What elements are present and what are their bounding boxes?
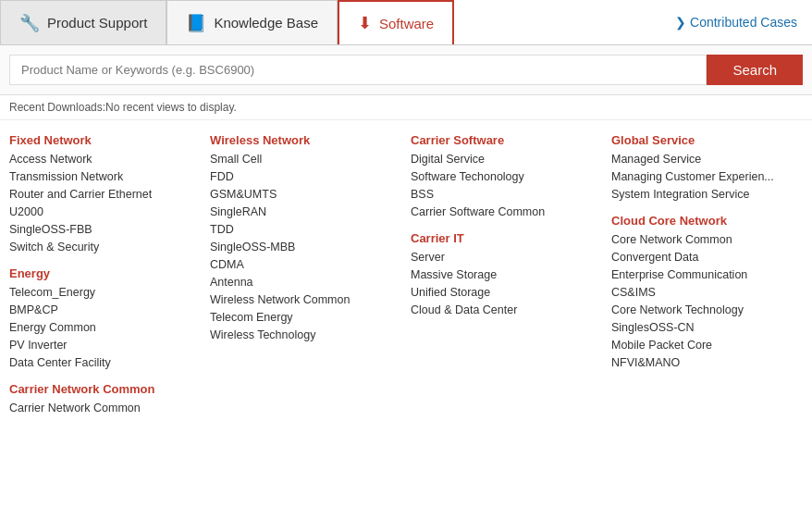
- category-header-carrier-software-0[interactable]: Carrier Software: [411, 133, 602, 147]
- category-item[interactable]: Software Techonology: [411, 169, 602, 184]
- category-column-global-service: Global ServiceManaged ServiceManaging Cu…: [611, 133, 803, 415]
- category-header-fixed-network-2[interactable]: Carrier Network Common: [9, 382, 201, 396]
- category-item[interactable]: TDD: [210, 222, 401, 237]
- tab-software-label: Software: [379, 16, 434, 31]
- category-item[interactable]: Mobile Packet Core: [611, 338, 803, 352]
- category-item[interactable]: Carrier Network Common: [9, 401, 201, 415]
- category-item[interactable]: Switch & Security: [9, 240, 201, 254]
- category-item[interactable]: PV Inverter: [9, 338, 201, 352]
- categories-grid: Fixed NetworkAccess NetworkTransmission …: [0, 120, 812, 428]
- search-button[interactable]: Search: [707, 55, 803, 85]
- recent-downloads-text: Recent Downloads:No recent views to disp…: [9, 101, 237, 114]
- contributed-cases-link[interactable]: ❯ Contributed Cases: [660, 0, 812, 44]
- category-item[interactable]: Telecom_Energy: [9, 285, 201, 300]
- category-item[interactable]: Enterprise Communication: [611, 267, 803, 282]
- category-item[interactable]: Core Network Technology: [611, 303, 803, 317]
- book-icon: 📘: [186, 13, 206, 33]
- category-item[interactable]: Massive Storage: [411, 267, 602, 282]
- category-item[interactable]: Wireless Technology: [210, 328, 401, 342]
- tab-product-support-label: Product Support: [47, 15, 147, 31]
- tab-product-support[interactable]: 🔧 Product Support: [0, 0, 166, 44]
- category-item[interactable]: Antenna: [210, 275, 401, 290]
- category-item[interactable]: BSS: [411, 187, 602, 202]
- category-header-carrier-software-1[interactable]: Carrier IT: [411, 231, 602, 245]
- search-bar: Search: [0, 45, 812, 95]
- search-input[interactable]: [9, 55, 707, 85]
- category-item[interactable]: SingleOSS-FBB: [9, 222, 201, 237]
- category-item[interactable]: Wireless Network Common: [210, 292, 401, 307]
- nav-tabs: 🔧 Product Support 📘 Knowledge Base ⬇ Sof…: [0, 0, 812, 45]
- category-item[interactable]: Cloud & Data Center: [411, 303, 602, 317]
- category-item[interactable]: NFVI&MANO: [611, 355, 803, 370]
- category-header-fixed-network-1[interactable]: Energy: [9, 266, 201, 280]
- category-item[interactable]: Data Center Facility: [9, 355, 201, 370]
- category-item[interactable]: Unified Storage: [411, 285, 602, 300]
- wrench-icon: 🔧: [19, 13, 40, 33]
- tab-software[interactable]: ⬇ Software: [338, 0, 454, 44]
- category-item[interactable]: GSM&UMTS: [210, 187, 401, 202]
- category-header-wireless-network-0[interactable]: Wireless Network: [210, 133, 401, 147]
- category-column-carrier-software: Carrier SoftwareDigital ServiceSoftware …: [411, 133, 602, 415]
- chevron-right-icon: ❯: [675, 15, 686, 30]
- nav-spacer: [454, 0, 660, 44]
- category-item[interactable]: Small Cell: [210, 152, 401, 167]
- category-column-fixed-network: Fixed NetworkAccess NetworkTransmission …: [9, 133, 201, 415]
- category-item[interactable]: Transmission Network: [9, 169, 201, 184]
- category-item[interactable]: FDD: [210, 169, 401, 184]
- category-item[interactable]: Core Network Common: [611, 232, 803, 247]
- category-item[interactable]: Digital Service: [411, 152, 602, 167]
- category-item[interactable]: Carrier Software Common: [411, 204, 602, 219]
- recent-downloads: Recent Downloads:No recent views to disp…: [0, 95, 812, 120]
- category-header-global-service-1[interactable]: Cloud Core Network: [611, 214, 803, 228]
- category-item[interactable]: BMP&CP: [9, 303, 201, 317]
- category-header-fixed-network-0[interactable]: Fixed Network: [9, 133, 201, 147]
- category-column-wireless-network: Wireless NetworkSmall CellFDDGSM&UMTSSin…: [210, 133, 401, 415]
- category-item[interactable]: Telecom Energy: [210, 310, 401, 325]
- contributed-cases-label: Contributed Cases: [690, 15, 797, 30]
- tab-knowledge-base-label: Knowledge Base: [214, 15, 318, 31]
- category-item[interactable]: Energy Common: [9, 320, 201, 335]
- download-icon: ⬇: [358, 13, 372, 33]
- category-item[interactable]: Access Network: [9, 152, 201, 167]
- category-item[interactable]: SinglesOSS-CN: [611, 320, 803, 335]
- category-item[interactable]: Managed Service: [611, 152, 803, 167]
- category-item[interactable]: Managing Customer Experien...: [611, 169, 803, 184]
- category-item[interactable]: Convergent Data: [611, 250, 803, 265]
- category-item[interactable]: Server: [411, 250, 602, 265]
- category-item[interactable]: System Integration Service: [611, 187, 803, 202]
- category-item[interactable]: U2000: [9, 204, 201, 219]
- category-item[interactable]: CDMA: [210, 257, 401, 272]
- category-item[interactable]: Router and Carrier Ethernet: [9, 187, 201, 202]
- category-item[interactable]: SingleOSS-MBB: [210, 240, 401, 254]
- category-header-global-service-0[interactable]: Global Service: [611, 133, 803, 147]
- tab-knowledge-base[interactable]: 📘 Knowledge Base: [166, 0, 338, 44]
- category-item[interactable]: CS&IMS: [611, 285, 803, 300]
- category-item[interactable]: SingleRAN: [210, 204, 401, 219]
